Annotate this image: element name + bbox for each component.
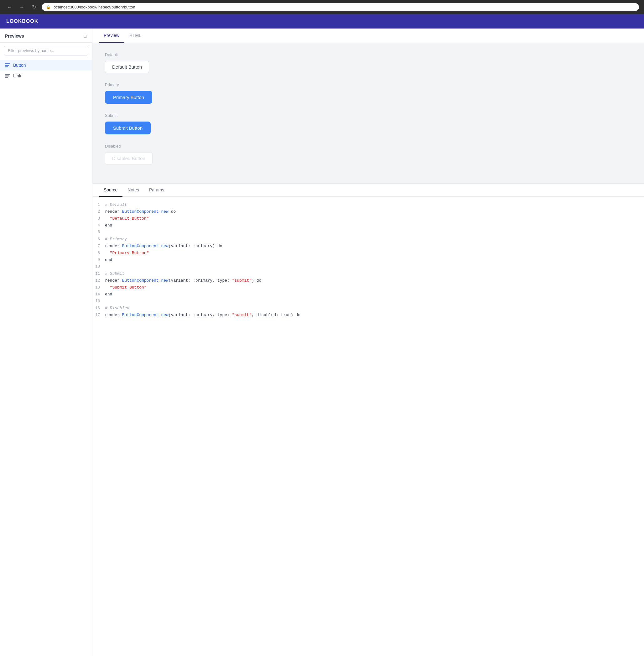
line-number: 4 [92,223,105,228]
sidebar-item-button[interactable]: Button [0,60,92,70]
preview-section-submit: Submit Submit Button [105,113,631,134]
sidebar-item-label: Button [13,63,26,68]
line-content: # Primary [105,237,127,242]
line-number: 16 [92,306,105,311]
main-layout: Previews □ Button Link P [0,28,644,656]
content-area: Preview HTML Default Default Button Prim… [92,28,644,656]
default-button[interactable]: Default Button [105,61,149,73]
line-number: 9 [92,258,105,262]
address-bar[interactable]: 🔒 localhost:3000/lookbook/inspect/button… [42,3,639,11]
code-line: 9end [92,257,644,264]
code-line: 16# Disabled [92,305,644,312]
reload-button[interactable]: ↻ [30,3,38,10]
code-line: 6# Primary [92,236,644,243]
preview-label-primary: Primary [105,83,631,87]
tab-notes[interactable]: Notes [122,184,144,197]
line-number: 13 [92,286,105,290]
top-tabs: Preview HTML [92,28,644,43]
sidebar-header: Previews □ [0,28,92,43]
layers-icon-2 [5,74,10,78]
sidebar-search-container [0,43,92,59]
line-content: # Default [105,202,127,207]
line-number: 14 [92,292,105,297]
source-tabs: Source Notes Params [92,184,644,197]
line-number: 5 [92,230,105,234]
line-content: "Default Button" [105,216,149,221]
code-line: 7render ButtonComponent.new(variant: :pr… [92,243,644,250]
code-line: 12render ButtonComponent.new(variant: :p… [92,277,644,285]
code-line: 11# Submit [92,271,644,277]
search-input[interactable] [4,46,88,55]
line-number: 1 [92,203,105,207]
code-line: 2render ButtonComponent.new do [92,209,644,216]
tab-params[interactable]: Params [144,184,169,197]
app-title: LOOKBOOK [6,19,38,24]
line-content: render ButtonComponent.new do [105,209,176,214]
line-content: end [105,223,112,228]
line-number: 12 [92,278,105,283]
tab-source[interactable]: Source [99,184,122,197]
code-line: 15 [92,298,644,305]
tab-preview[interactable]: Preview [99,28,124,43]
preview-label-default: Default [105,52,631,57]
line-number: 6 [92,237,105,242]
tab-html[interactable]: HTML [124,28,146,43]
code-line: 1# Default [92,202,644,209]
source-panel: Source Notes Params 1# Default2render Bu… [92,183,644,656]
code-line: 17render ButtonComponent.new(variant: :p… [92,312,644,319]
line-number: 7 [92,244,105,248]
preview-section-default: Default Default Button [105,52,631,73]
code-line: 4end [92,222,644,229]
sidebar-item-link[interactable]: Link [0,70,92,81]
code-area: 1# Default2render ButtonComponent.new do… [92,197,644,656]
line-number: 2 [92,209,105,214]
line-number: 10 [92,265,105,269]
line-number: 11 [92,272,105,276]
line-number: 3 [92,217,105,221]
back-button[interactable]: ← [5,4,14,10]
line-content: end [105,257,112,262]
submit-button[interactable]: Submit Button [105,121,151,134]
sidebar-title: Previews [5,33,24,39]
layers-icon [5,63,10,67]
code-line: 13 "Submit Button" [92,285,644,291]
line-content: # Disabled [105,306,129,311]
line-content: "Primary Button" [105,251,149,255]
lock-icon: 🔒 [46,5,51,9]
disabled-button: Disabled Button [105,152,153,164]
line-content: end [105,292,112,297]
sidebar-nav: Button Link [0,59,92,83]
primary-button[interactable]: Primary Button [105,91,152,104]
code-line: 14end [92,291,644,298]
line-content: render ButtonComponent.new(variant: :pri… [105,313,300,317]
code-line: 3 "Default Button" [92,216,644,222]
line-content: render ButtonComponent.new(variant: :pri… [105,244,223,248]
line-content: # Submit [105,271,124,276]
line-number: 17 [92,313,105,317]
preview-label-disabled: Disabled [105,144,631,149]
line-number: 15 [92,299,105,303]
preview-label-submit: Submit [105,113,631,118]
line-content: render ButtonComponent.new(variant: :pri… [105,278,261,283]
line-content: "Submit Button" [105,285,146,290]
preview-section-primary: Primary Primary Button [105,83,631,104]
forward-button[interactable]: → [18,4,26,10]
line-number: 8 [92,251,105,255]
code-line: 8 "Primary Button" [92,250,644,257]
preview-panel: Default Default Button Primary Primary B… [92,43,644,183]
app-header: LOOKBOOK [0,14,644,28]
code-line: 5 [92,229,644,236]
sidebar-item-label: Link [13,73,21,78]
preview-section-disabled: Disabled Disabled Button [105,144,631,164]
url-text: localhost:3000/lookbook/inspect/button/b… [53,5,135,9]
browser-chrome: ← → ↻ 🔒 localhost:3000/lookbook/inspect/… [0,0,644,14]
code-line: 10 [92,264,644,271]
sidebar-collapse-button[interactable]: □ [83,33,87,39]
sidebar: Previews □ Button Link [0,28,92,656]
